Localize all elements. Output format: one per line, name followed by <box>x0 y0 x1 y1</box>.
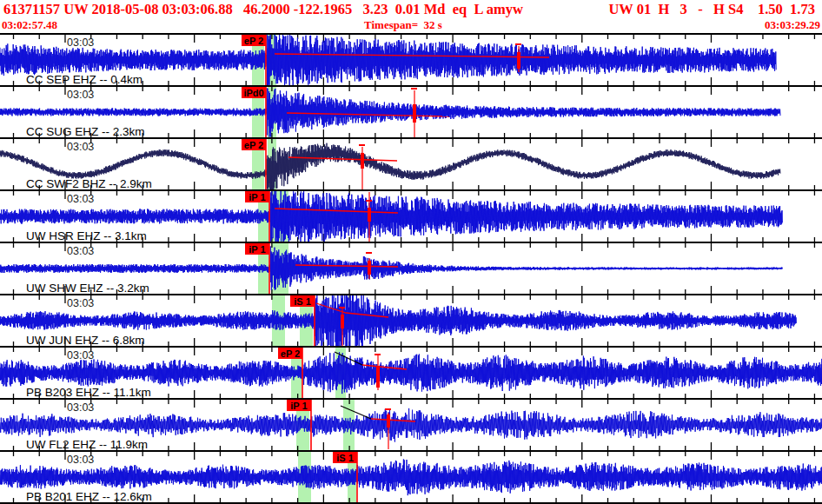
trace-row-4: iP 103:03UW HSR EHZ -- 3.1km <box>0 189 822 242</box>
pick-flag-label[interactable]: iP 1 <box>290 401 307 411</box>
pick-flag-label[interactable]: iS 1 <box>294 296 311 307</box>
pick-flag-label[interactable]: iPd0 <box>243 88 263 98</box>
window-start-time: 03:02:57.48 <box>2 18 57 31</box>
row-minute-label: 03:03 <box>67 401 94 414</box>
station-label: CC SEP EHZ -- 0.4km <box>26 73 143 85</box>
seismic-trace-viewer-window: 61371157 UW 2018-05-08 03:03:06.88 46.20… <box>0 0 822 504</box>
station-label: PB B203 EHZ -- 11.1km <box>26 386 151 398</box>
row-minute-label: 03:03 <box>67 297 94 309</box>
window-end-time: 03:03:29.29 <box>765 18 820 31</box>
row-minute-label: 03:03 <box>67 141 94 153</box>
waveform-4[interactable]: iP 103:03UW HSR EHZ -- 3.1km <box>0 191 822 242</box>
station-label: UW SHW EHZ -- 3.2km <box>26 282 149 294</box>
row-minute-label: 03:03 <box>67 36 94 49</box>
station-label: UW JUN EHZ -- 6.8km <box>26 334 145 346</box>
trace-row-6: iS 103:03UW JUN EHZ -- 6.8km <box>0 294 822 346</box>
station-label: CC SUG EHZ -- 2.3km <box>26 125 145 137</box>
row-minute-label: 03:03 <box>67 245 94 257</box>
event-summary-left: 61371157 UW 2018-05-08 03:03:06.88 46.20… <box>3 1 523 18</box>
trace-row-2: iPd003:03CC SUG EHZ -- 2.3km <box>0 85 822 137</box>
waveform-8[interactable]: iP 103:03UW FL2 EHZ -- 11.9km <box>0 400 822 450</box>
pick-flag-label[interactable]: eP 2 <box>244 140 263 150</box>
waveform-2[interactable]: iPd003:03CC SUG EHZ -- 2.3km <box>0 87 822 137</box>
pick-flag-label[interactable]: eP 2 <box>244 36 263 46</box>
trace-panel: eP 203:03CC SEP EHZ -- 0.4kmiPd003:03CC … <box>0 33 822 504</box>
waveform-3[interactable]: eP 203:03CC SWF2 BHZ -- 2.9km <box>0 139 822 189</box>
pick-flag-label[interactable]: iP 1 <box>249 244 265 255</box>
waveform-7[interactable]: eP 203:03PB B203 EHZ -- 11.1km <box>0 348 822 398</box>
row-minute-label: 03:03 <box>67 193 94 205</box>
trace-row-3: eP 203:03CC SWF2 BHZ -- 2.9km <box>0 137 822 189</box>
pick-flag-label[interactable]: eP 2 <box>281 348 300 359</box>
waveform-9[interactable]: iS 103:03PB B201 EHZ -- 12.6km <box>0 452 822 502</box>
row-minute-label: 03:03 <box>67 89 94 101</box>
amplitude-marker[interactable] <box>359 145 365 189</box>
station-label: UW HSR EHZ -- 3.1km <box>26 229 147 242</box>
event-summary-right: UW 01 H 3 - H S4 1.50 1.73 <box>608 1 815 18</box>
pick-flag-label[interactable]: iP 1 <box>249 192 265 202</box>
trace-row-5: iP 103:03UW SHW EHZ -- 3.2km <box>0 242 822 294</box>
station-label: CC SWF2 BHZ -- 2.9km <box>26 177 152 189</box>
seismogram-trace <box>0 408 822 442</box>
trace-row-8: iP 103:03UW FL2 EHZ -- 11.9km <box>0 398 822 450</box>
station-label: PB B201 EHZ -- 12.6km <box>26 490 152 502</box>
waveform-1[interactable]: eP 203:03CC SEP EHZ -- 0.4km <box>0 35 822 85</box>
event-header: 61371157 UW 2018-05-08 03:03:06.88 46.20… <box>0 0 822 33</box>
row-minute-label: 03:03 <box>67 454 94 466</box>
trace-row-1: eP 203:03CC SEP EHZ -- 0.4km <box>0 33 822 85</box>
waveform-6[interactable]: iS 103:03UW JUN EHZ -- 6.8km <box>0 295 822 346</box>
station-label: UW FL2 EHZ -- 11.9km <box>26 438 148 450</box>
waveform-5[interactable]: iP 103:03UW SHW EHZ -- 3.2km <box>0 243 822 294</box>
pick-flag-label[interactable]: iS 1 <box>336 453 354 463</box>
timespan-label: Timespan= 32 s <box>364 18 442 31</box>
trace-row-9: iS 103:03PB B201 EHZ -- 12.6km <box>0 450 822 504</box>
row-minute-label: 03:03 <box>67 349 94 361</box>
trace-row-7: eP 203:03PB B203 EHZ -- 11.1km <box>0 346 822 398</box>
